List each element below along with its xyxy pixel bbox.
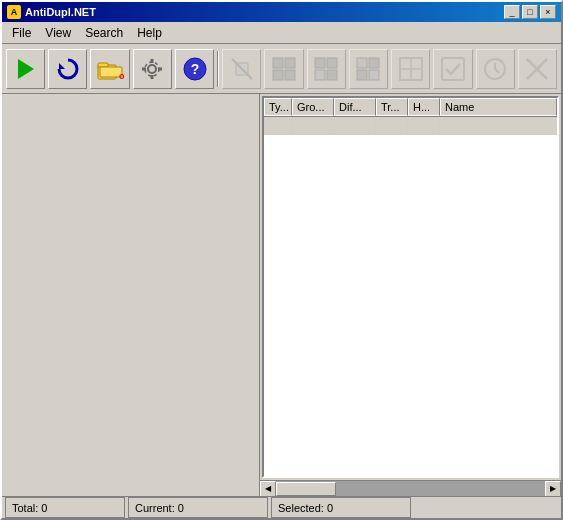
- svg-marker-1: [59, 63, 65, 69]
- menu-view[interactable]: View: [39, 24, 77, 42]
- minimize-button[interactable]: _: [504, 5, 520, 19]
- toolbar-separator-1: [217, 51, 219, 87]
- close-button[interactable]: ×: [540, 5, 556, 19]
- title-bar: A AntiDupl.NET _ □ ×: [2, 2, 561, 22]
- svg-rect-22: [327, 70, 337, 80]
- menu-help[interactable]: Help: [131, 24, 168, 42]
- svg-text:?: ?: [190, 61, 199, 77]
- action4-icon: [397, 55, 425, 83]
- results-table-wrapper: Ty... Gro... Dif... Tr... H... Name: [262, 96, 559, 478]
- svg-rect-17: [273, 70, 283, 80]
- help-button[interactable]: ?: [175, 49, 214, 89]
- scrollbar-track[interactable]: [276, 481, 545, 497]
- action7-button[interactable]: [518, 49, 557, 89]
- title-controls: _ □ ×: [504, 5, 556, 19]
- app-icon: A: [7, 5, 21, 19]
- status-selected: Selected: 0: [271, 497, 411, 518]
- svg-rect-26: [369, 70, 379, 80]
- menu-file[interactable]: File: [6, 24, 37, 42]
- action2-button[interactable]: [307, 49, 346, 89]
- main-content: Ty... Gro... Dif... Tr... H... Name: [2, 94, 561, 496]
- gear-icon: [138, 55, 166, 83]
- action7-icon: [523, 55, 551, 83]
- menu-bar: File View Search Help: [2, 22, 561, 44]
- menu-search[interactable]: Search: [79, 24, 129, 42]
- scrollbar-thumb[interactable]: [276, 482, 336, 496]
- empty-cell-group: [292, 117, 334, 134]
- action5-button[interactable]: [433, 49, 472, 89]
- empty-cell-type: [264, 117, 292, 134]
- empty-cell-h: [408, 117, 440, 134]
- svg-rect-10: [142, 67, 146, 70]
- refresh-icon: [54, 55, 82, 83]
- left-panel: [2, 94, 260, 496]
- action6-button[interactable]: [476, 49, 515, 89]
- action2-icon: [312, 55, 340, 83]
- svg-rect-25: [357, 70, 367, 80]
- scroll-left-button[interactable]: ◀: [260, 481, 276, 497]
- col-header-name[interactable]: Name: [440, 98, 557, 116]
- action6-icon: [481, 55, 509, 83]
- svg-rect-18: [285, 70, 295, 80]
- window-title: AntiDupl.NET: [25, 6, 96, 18]
- svg-rect-23: [357, 58, 367, 68]
- status-bar: Total: 0 Current: 0 Selected: 0: [2, 496, 561, 518]
- svg-rect-20: [327, 58, 337, 68]
- status-total: Total: 0: [5, 497, 125, 518]
- maximize-button[interactable]: □: [522, 5, 538, 19]
- action5-icon: [439, 55, 467, 83]
- svg-rect-30: [442, 58, 464, 80]
- svg-marker-0: [18, 59, 34, 79]
- svg-rect-16: [285, 58, 295, 68]
- open-folder-icon: open: [96, 55, 124, 83]
- open-button[interactable]: open: [90, 49, 129, 89]
- action3-button[interactable]: [349, 49, 388, 89]
- empty-cell-diff: [334, 117, 376, 134]
- svg-rect-19: [315, 58, 325, 68]
- svg-rect-21: [315, 70, 325, 80]
- empty-cell-name: [440, 117, 557, 134]
- toolbar: open ?: [2, 44, 561, 94]
- svg-text:open: open: [119, 71, 124, 81]
- col-header-type[interactable]: Ty...: [264, 98, 292, 116]
- svg-rect-9: [151, 75, 154, 79]
- start-button[interactable]: [6, 49, 45, 89]
- action3-icon: [354, 55, 382, 83]
- action1-button[interactable]: [264, 49, 303, 89]
- scroll-right-button[interactable]: ▶: [545, 481, 561, 497]
- stop-icon: [228, 55, 256, 83]
- status-current: Current: 0: [128, 497, 268, 518]
- col-header-transform[interactable]: Tr...: [376, 98, 408, 116]
- stop-button[interactable]: [222, 49, 261, 89]
- table-data-area: [264, 135, 557, 476]
- action1-icon: [270, 55, 298, 83]
- svg-rect-11: [158, 67, 162, 70]
- horizontal-scrollbar: ◀ ▶: [260, 480, 561, 496]
- options-button[interactable]: [133, 49, 172, 89]
- svg-rect-3: [98, 63, 108, 67]
- svg-line-33: [495, 69, 499, 73]
- start-icon: [12, 55, 40, 83]
- empty-table-row: [264, 117, 557, 135]
- svg-rect-24: [369, 58, 379, 68]
- title-bar-left: A AntiDupl.NET: [7, 5, 96, 19]
- application-window: A AntiDupl.NET _ □ × File View Search He…: [0, 0, 563, 520]
- table-header-row: Ty... Gro... Dif... Tr... H... Name: [264, 98, 557, 117]
- col-header-hint[interactable]: H...: [408, 98, 440, 116]
- svg-rect-8: [151, 59, 154, 63]
- action4-button[interactable]: [391, 49, 430, 89]
- svg-line-14: [232, 59, 252, 79]
- col-header-difference[interactable]: Dif...: [334, 98, 376, 116]
- right-panel: Ty... Gro... Dif... Tr... H... Name: [260, 94, 561, 496]
- svg-point-6: [148, 65, 156, 73]
- svg-rect-15: [273, 58, 283, 68]
- refresh-button[interactable]: [48, 49, 87, 89]
- col-header-group[interactable]: Gro...: [292, 98, 334, 116]
- help-icon: ?: [181, 55, 209, 83]
- empty-cell-tr: [376, 117, 408, 134]
